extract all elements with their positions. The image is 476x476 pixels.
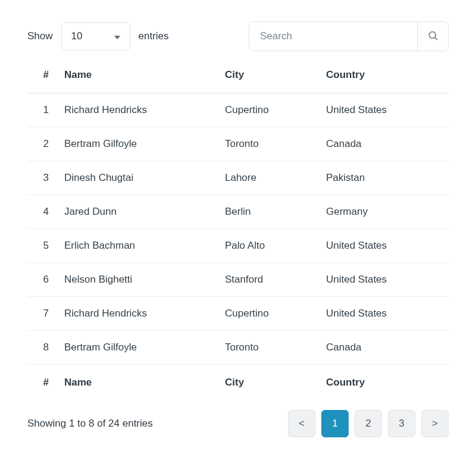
cell-name: Bertram Gilfoyle — [57, 127, 218, 161]
page-length: Show 10 entries — [27, 22, 169, 51]
col-header-idx[interactable]: # — [27, 58, 57, 93]
table-header-row: # Name City Country — [27, 58, 449, 93]
cell-name: Erlich Bachman — [57, 229, 218, 263]
col-footer-country: Country — [319, 365, 449, 400]
cell-idx: 2 — [27, 127, 57, 161]
search-icon — [427, 30, 439, 43]
col-header-city[interactable]: City — [218, 58, 319, 93]
table-row: 8Bertram GilfoyleTorontoCanada — [27, 331, 449, 365]
cell-idx: 4 — [27, 195, 57, 229]
cell-country: United States — [319, 93, 449, 127]
search-button[interactable] — [417, 22, 448, 51]
pager-next[interactable]: > — [421, 410, 449, 437]
pager-page-2[interactable]: 2 — [355, 410, 382, 437]
svg-line-1 — [434, 37, 437, 39]
cell-city: Cupertino — [218, 297, 319, 331]
pagination: <123> — [288, 410, 449, 437]
caret-down-icon — [114, 30, 120, 42]
cell-name: Bertram Gilfoyle — [57, 331, 218, 365]
cell-country: Canada — [319, 331, 449, 365]
cell-country: United States — [319, 263, 449, 297]
cell-name: Richard Hendricks — [57, 297, 218, 331]
cell-city: Toronto — [218, 331, 319, 365]
data-table: # Name City Country 1Richard HendricksCu… — [27, 58, 449, 399]
col-header-name[interactable]: Name — [57, 58, 218, 93]
page-length-value: 10 — [71, 30, 83, 42]
cell-city: Stanford — [218, 263, 319, 297]
cell-country: United States — [319, 297, 449, 331]
cell-name: Richard Hendricks — [57, 93, 218, 127]
cell-country: Pakistan — [319, 161, 449, 195]
pager-prev[interactable]: < — [288, 410, 315, 437]
table-row: 4Jared DunnBerlinGermany — [27, 195, 449, 229]
col-footer-name: Name — [57, 365, 218, 400]
table-info: Showing 1 to 8 of 24 entries — [27, 418, 153, 430]
cell-name: Nelson Bighetti — [57, 263, 218, 297]
table-footer-row: # Name City Country — [27, 365, 449, 400]
table-row: 5Erlich BachmanPalo AltoUnited States — [27, 229, 449, 263]
pager-page-3[interactable]: 3 — [388, 410, 415, 437]
page-length-suffix: entries — [139, 30, 169, 42]
table-row: 3Dinesh ChugtaiLahorePakistan — [27, 161, 449, 195]
cell-city: Berlin — [218, 195, 319, 229]
cell-name: Jared Dunn — [57, 195, 218, 229]
cell-city: Cupertino — [218, 93, 319, 127]
cell-country: Canada — [319, 127, 449, 161]
cell-idx: 3 — [27, 161, 57, 195]
table-row: 6Nelson BighettiStanfordUnited States — [27, 263, 449, 297]
cell-name: Dinesh Chugtai — [57, 161, 218, 195]
pager-page-1[interactable]: 1 — [321, 410, 349, 437]
cell-idx: 1 — [27, 93, 57, 127]
search-input[interactable] — [249, 30, 417, 42]
table-row: 1Richard HendricksCupertinoUnited States — [27, 93, 449, 127]
cell-country: Germany — [319, 195, 449, 229]
table-footer: Showing 1 to 8 of 24 entries <123> — [27, 410, 449, 437]
search-box — [249, 21, 449, 51]
cell-idx: 6 — [27, 263, 57, 297]
page-length-select[interactable]: 10 — [61, 22, 130, 51]
col-header-country[interactable]: Country — [319, 58, 449, 93]
cell-city: Palo Alto — [218, 229, 319, 263]
cell-idx: 5 — [27, 229, 57, 263]
table-row: 7Richard HendricksCupertinoUnited States — [27, 297, 449, 331]
cell-idx: 7 — [27, 297, 57, 331]
col-footer-idx: # — [27, 365, 57, 400]
cell-city: Lahore — [218, 161, 319, 195]
table-controls: Show 10 entries — [27, 21, 449, 51]
cell-country: United States — [319, 229, 449, 263]
col-footer-city: City — [218, 365, 319, 400]
cell-city: Toronto — [218, 127, 319, 161]
page-length-prefix: Show — [27, 30, 53, 42]
table-row: 2Bertram GilfoyleTorontoCanada — [27, 127, 449, 161]
cell-idx: 8 — [27, 331, 57, 365]
